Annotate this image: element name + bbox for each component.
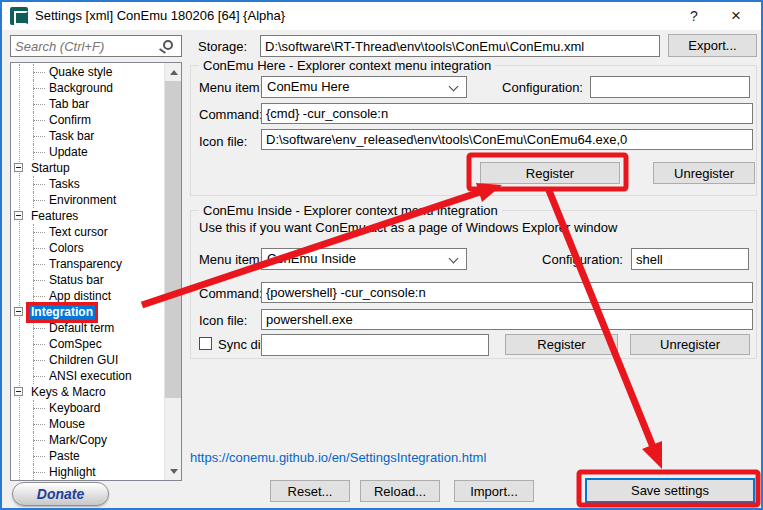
settings-window: Settings [xml] ConEmu 180206 [64] {Alpha… [0, 0, 763, 510]
tree-item-mark-copy[interactable]: Mark/Copy [11, 432, 163, 448]
command-label: Command: [199, 286, 263, 301]
tree-item-mouse[interactable]: Mouse [11, 416, 163, 432]
search-input[interactable] [15, 37, 155, 55]
help-button[interactable]: ? [679, 2, 709, 30]
tree-item-transparency[interactable]: Transparency [11, 256, 163, 272]
window-title: Settings [xml] ConEmu 180206 [64] {Alpha… [35, 2, 285, 30]
tree-item-label: Startup [29, 161, 72, 176]
tree-item-colors[interactable]: Colors [11, 240, 163, 256]
arrowhead-save [642, 441, 662, 469]
command-input[interactable] [261, 282, 753, 303]
titlebar: Settings [xml] ConEmu 180206 [64] {Alpha… [2, 2, 761, 30]
collapse-icon[interactable] [14, 307, 23, 316]
collapse-icon[interactable] [14, 163, 23, 172]
tree-item-label: ComSpec [47, 337, 104, 352]
unregister-here-button[interactable]: Unregister [653, 162, 755, 184]
conemu-app-icon [10, 7, 28, 25]
tree-item-label: Mark/Copy [47, 433, 109, 448]
tree-item-task-bar[interactable]: Task bar [11, 128, 163, 144]
tree-item-label: Task bar [47, 129, 96, 144]
tree-scrollbar[interactable] [164, 63, 181, 480]
tree-item-label: Transparency [47, 257, 124, 272]
export-button[interactable]: Export... [668, 34, 757, 57]
menu-item-value: ConEmu Inside [267, 251, 356, 266]
tree-item-quake-style[interactable]: Quake style [11, 64, 163, 80]
tree-item-label: Mouse [47, 417, 87, 432]
sync-dir-checkbox[interactable] [199, 337, 212, 350]
menu-item-label: Menu item: [199, 80, 263, 95]
tree-rows: Quake styleBackgroundTab barConfirmTask … [11, 64, 163, 480]
tree-item-label: Background [47, 81, 115, 96]
icon-file-label: Icon file: [199, 313, 247, 328]
tree-item-tab-bar[interactable]: Tab bar [11, 96, 163, 112]
icon-file-input[interactable] [261, 129, 753, 150]
settings-integration-link[interactable]: https://conemu.github.io/en/SettingsInte… [190, 450, 486, 465]
tree-item-label: Highlight [47, 465, 98, 480]
register-inside-button[interactable]: Register [505, 334, 618, 355]
collapse-icon[interactable] [14, 211, 23, 220]
tree-item-highlight[interactable]: Highlight [11, 464, 163, 480]
tree-item-label: Update [47, 145, 90, 160]
icon-file-input[interactable] [261, 309, 753, 330]
tree-item-label: Status bar [47, 273, 106, 288]
tree-item-children-gui[interactable]: Children GUI [11, 352, 163, 368]
tree-item-label: Tab bar [47, 97, 91, 112]
tree-item-label: Keyboard [47, 401, 102, 416]
tree-item-startup[interactable]: Startup [11, 160, 163, 176]
menu-item-select[interactable]: ConEmu Here [261, 76, 467, 98]
menu-item-label: Menu item: [199, 252, 263, 267]
tree-item-label: App distinct [47, 289, 113, 304]
conemu-inside-group-title: ConEmu Inside - Explorer context menu in… [199, 203, 502, 218]
tree-item-comspec[interactable]: ComSpec [11, 336, 163, 352]
import-button[interactable]: Import... [454, 480, 534, 502]
icon-file-label: Icon file: [199, 134, 247, 149]
tree-item-label: Text cursor [47, 225, 110, 240]
reload-button[interactable]: Reload... [360, 480, 440, 502]
conemu-here-group-title: ConEmu Here - Explorer context menu inte… [199, 58, 495, 73]
configuration-input[interactable] [631, 248, 749, 270]
tree-item-app-distinct[interactable]: App distinct [11, 288, 163, 304]
unregister-inside-button[interactable]: Unregister [630, 334, 750, 355]
tree-item-features[interactable]: Features [11, 208, 163, 224]
tree-item-tasks[interactable]: Tasks [11, 176, 163, 192]
tree-item-status-bar[interactable]: Status bar [11, 272, 163, 288]
storage-label: Storage: [198, 39, 247, 54]
donate-button[interactable]: Donate [12, 482, 109, 506]
search-icon [163, 40, 173, 50]
settings-tree: Quake styleBackgroundTab barConfirmTask … [10, 62, 182, 481]
command-input[interactable] [261, 103, 753, 124]
tree-item-environment[interactable]: Environment [11, 192, 163, 208]
conemu-here-group: ConEmu Here - Explorer context menu inte… [190, 65, 757, 196]
close-button[interactable]: × [721, 2, 751, 30]
menu-item-value: ConEmu Here [267, 79, 349, 94]
storage-input[interactable] [260, 35, 660, 57]
configuration-input[interactable] [590, 76, 750, 98]
register-here-button[interactable]: Register [480, 162, 620, 184]
chevron-down-icon [449, 254, 459, 264]
tree-item-update[interactable]: Update [11, 144, 163, 160]
scroll-down-icon[interactable] [165, 463, 182, 480]
tree-item-label: Features [29, 209, 80, 224]
menu-item-select[interactable]: ConEmu Inside [261, 248, 467, 270]
reset-button[interactable]: Reset... [270, 480, 350, 502]
tree-item-integration[interactable]: Integration [11, 304, 163, 320]
tree-item-paste[interactable]: Paste [11, 448, 163, 464]
tree-item-label: Default term [47, 321, 116, 336]
tree-item-label: Quake style [47, 65, 114, 80]
scrollbar-thumb[interactable] [165, 81, 182, 398]
tree-item-default-term[interactable]: Default term [11, 320, 163, 336]
tree-item-confirm[interactable]: Confirm [11, 112, 163, 128]
sync-dir-input[interactable] [261, 334, 489, 356]
tree-item-label: Confirm [47, 113, 93, 128]
sync-dir-label: Sync dir [218, 337, 265, 352]
tree-item-background[interactable]: Background [11, 80, 163, 96]
tree-item-label: Environment [47, 193, 118, 208]
tree-item-label: Paste [47, 449, 82, 464]
collapse-icon[interactable] [14, 387, 23, 396]
tree-item-keyboard[interactable]: Keyboard [11, 400, 163, 416]
tree-item-ansi-execution[interactable]: ANSI execution [11, 368, 163, 384]
tree-item-text-cursor[interactable]: Text cursor [11, 224, 163, 240]
tree-item-keys-macro[interactable]: Keys & Macro [11, 384, 163, 400]
scroll-up-icon[interactable] [165, 63, 182, 80]
save-settings-button[interactable]: Save settings [585, 478, 755, 503]
